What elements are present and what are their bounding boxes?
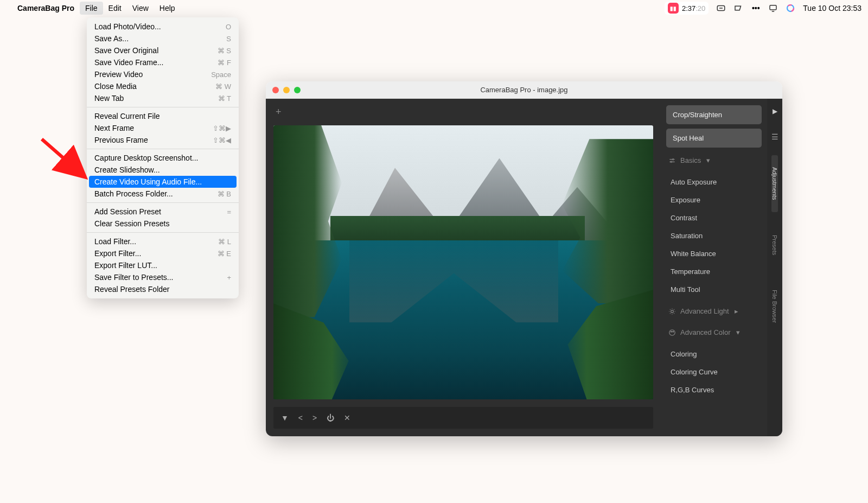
menu-item-label: Create Video Using Audio File... xyxy=(94,177,202,186)
adjustment-item[interactable]: Coloring Curve xyxy=(666,363,762,381)
menu-item[interactable]: Save As...S xyxy=(87,33,239,44)
prev-icon[interactable]: < xyxy=(298,413,303,422)
window-maximize-icon[interactable] xyxy=(294,87,301,93)
app-menu[interactable]: CameraBag Pro xyxy=(12,2,80,15)
menubar-icon-1[interactable] xyxy=(716,3,726,13)
adjustment-item[interactable]: Auto Exposure xyxy=(666,173,762,191)
window-minimize-icon[interactable] xyxy=(283,87,290,93)
menu-item-label: Add Session Preset xyxy=(94,207,161,216)
menu-item[interactable]: Previous Frame⇧⌘◀ xyxy=(87,134,239,146)
menu-item-label: Reveal Presets Folder xyxy=(94,285,170,294)
new-tab-button[interactable]: + xyxy=(273,106,653,118)
adjustment-item[interactable]: Exposure xyxy=(666,191,762,209)
menu-item-label: Save As... xyxy=(94,34,129,43)
menu-item[interactable]: Create Slideshow... xyxy=(87,164,239,176)
menu-item-label: Save Over Original xyxy=(94,46,158,55)
menu-item-label: Capture Desktop Screenshot... xyxy=(94,154,198,162)
menu-item[interactable]: Reveal Current File xyxy=(87,110,239,122)
siri-icon[interactable] xyxy=(786,3,795,13)
menu-item-shortcut: ⌘ F xyxy=(218,59,231,67)
menubar-icon-2[interactable] xyxy=(733,3,743,13)
adjustment-item[interactable]: Coloring xyxy=(666,345,762,363)
svg-point-11 xyxy=(673,331,674,332)
menu-separator xyxy=(87,202,239,203)
menu-view[interactable]: View xyxy=(127,2,154,15)
svg-point-6 xyxy=(673,158,674,160)
menu-item[interactable]: Close Media⌘ W xyxy=(87,80,239,92)
advanced-color-header[interactable]: Advanced Color ▾ xyxy=(666,324,762,341)
collapse-panel-icon[interactable]: ▶ xyxy=(773,104,777,118)
menu-edit[interactable]: Edit xyxy=(103,2,127,15)
menu-item-shortcut: ⌘ T xyxy=(218,94,231,103)
menubar: CameraBag Pro File Edit View Help ▮▮ 2:3… xyxy=(0,0,868,16)
menubar-more-icon[interactable]: ••• xyxy=(751,3,761,13)
menu-item-shortcut: Space xyxy=(211,71,231,79)
svg-rect-1 xyxy=(770,5,776,10)
menu-item-label: Export Filter LUT... xyxy=(94,261,157,270)
tab-file-browser[interactable]: File Browser xyxy=(771,278,778,335)
tab-presets[interactable]: Presets xyxy=(771,223,778,267)
titlebar[interactable]: CameraBag Pro - image.jpg xyxy=(266,81,782,99)
menu-item[interactable]: Save Video Frame...⌘ F xyxy=(87,56,239,68)
tab-adjustments[interactable]: Adjustments xyxy=(771,155,778,212)
dropdown-toggle-icon[interactable]: ▼ xyxy=(281,413,289,422)
menu-item-label: Clear Session Presets xyxy=(94,219,170,228)
adjustment-item[interactable]: R,G,B Curves xyxy=(666,381,762,399)
menu-help[interactable]: Help xyxy=(154,2,181,15)
side-tab-strip: ▶ ☰ Adjustments Presets File Browser xyxy=(767,99,782,436)
adjustment-item[interactable]: Multi Tool xyxy=(666,281,762,298)
hamburger-icon[interactable]: ☰ xyxy=(771,129,778,144)
svg-point-7 xyxy=(671,161,672,162)
menubar-icon-3[interactable] xyxy=(768,3,778,13)
menu-item-shortcut: + xyxy=(227,273,231,282)
svg-point-10 xyxy=(671,331,672,332)
advanced-light-header[interactable]: Advanced Light ▸ xyxy=(666,303,762,320)
next-icon[interactable]: > xyxy=(312,413,317,422)
menu-item[interactable]: Save Over Original⌘ S xyxy=(87,44,239,56)
adjustment-item[interactable]: Temperature xyxy=(666,263,762,281)
screen-record-indicator[interactable]: ▮▮ 2:37:20 xyxy=(665,2,709,15)
menu-item-label: Export Filter... xyxy=(94,249,141,258)
menu-separator xyxy=(87,232,239,233)
crop-straighten-button[interactable]: Crop/Straighten xyxy=(666,105,762,124)
menu-item[interactable]: Clear Session Presets xyxy=(87,218,239,230)
image-canvas[interactable] xyxy=(273,125,653,399)
svg-point-8 xyxy=(671,310,674,313)
menu-item-shortcut: O xyxy=(226,23,231,31)
menu-item[interactable]: Batch Process Folder...⌘ B xyxy=(87,188,239,200)
sliders-icon xyxy=(668,157,676,164)
menu-item[interactable]: New Tab⌘ T xyxy=(87,92,239,104)
menu-item[interactable]: Save Filter to Presets...+ xyxy=(87,271,239,283)
menu-item[interactable]: Capture Desktop Screenshot... xyxy=(87,152,239,164)
bottom-toolbar: ▼ < > ⏻ ✕ xyxy=(273,407,653,429)
menu-item[interactable]: Export Filter...⌘ E xyxy=(87,247,239,259)
menu-file[interactable]: File xyxy=(80,2,103,15)
basics-section-header[interactable]: Basics ▾ xyxy=(666,152,762,169)
menu-item-label: Next Frame xyxy=(94,124,134,132)
menu-item[interactable]: Export Filter LUT... xyxy=(87,259,239,271)
spot-heal-button[interactable]: Spot Heal xyxy=(666,129,762,148)
menu-separator xyxy=(87,107,239,107)
menu-item[interactable]: Create Video Using Audio File... xyxy=(89,176,237,188)
adjustment-item[interactable]: Contrast xyxy=(666,209,762,227)
menu-item-label: Save Video Frame... xyxy=(94,58,163,67)
menu-item[interactable]: Preview VideoSpace xyxy=(87,68,239,80)
adjustments-panel: Crop/Straighten Spot Heal Basics ▾ Auto … xyxy=(661,99,767,436)
menu-item[interactable]: Reveal Presets Folder xyxy=(87,283,239,295)
menu-item-shortcut: ⌘ L xyxy=(218,238,231,246)
window-close-icon[interactable] xyxy=(272,87,279,93)
menu-item-label: Close Media xyxy=(94,82,137,91)
menu-item-label: Save Filter to Presets... xyxy=(94,273,174,282)
adjustment-item[interactable]: White Balance xyxy=(666,245,762,263)
menu-item-label: Preview Video xyxy=(94,70,143,79)
menu-item[interactable]: Add Session Preset= xyxy=(87,206,239,218)
adjustment-item[interactable]: Saturation xyxy=(666,227,762,245)
power-icon[interactable]: ⏻ xyxy=(327,413,334,422)
menu-item-label: Load Filter... xyxy=(94,237,136,246)
menu-item-label: Load Photo/Video... xyxy=(94,22,161,31)
menu-item[interactable]: Load Photo/Video...O xyxy=(87,21,239,33)
menubar-clock[interactable]: Tue 10 Oct 23:53 xyxy=(803,4,861,12)
close-icon[interactable]: ✕ xyxy=(344,413,350,422)
menu-item[interactable]: Next Frame⇧⌘▶ xyxy=(87,122,239,134)
menu-item[interactable]: Load Filter...⌘ L xyxy=(87,235,239,247)
